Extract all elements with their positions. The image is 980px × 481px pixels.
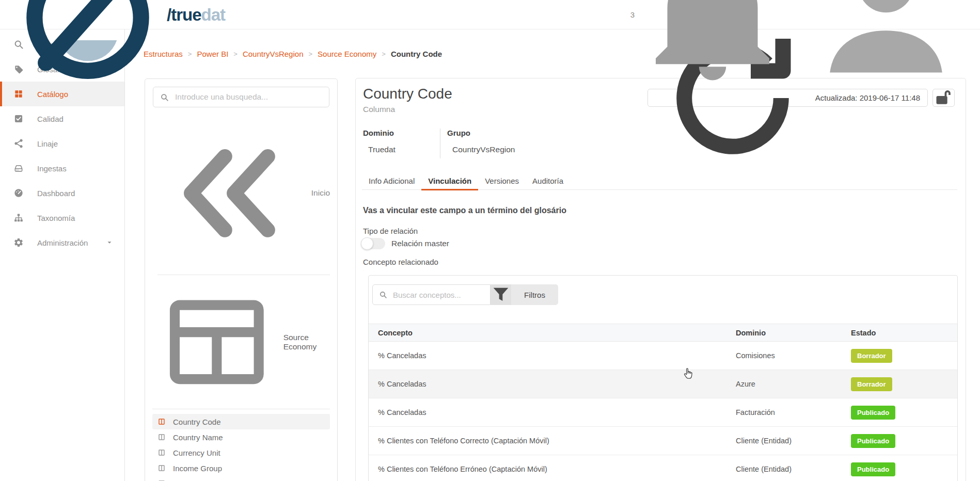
table-row[interactable]: % Canceladas Comisiones Borrador <box>369 342 957 370</box>
funnel-icon <box>491 284 511 305</box>
header-estado: Estado <box>851 324 957 342</box>
user-icon <box>809 0 963 92</box>
user-menu-button[interactable] <box>809 0 963 92</box>
breadcrumb-separator: > <box>382 50 386 58</box>
top-navbar: /truedat 3 <box>0 0 980 29</box>
page-title: Country Code <box>363 86 452 102</box>
column-item-currency-unit[interactable]: Currency Unit <box>152 445 330 460</box>
status-badge: Publicado <box>851 462 895 476</box>
parent-table-item[interactable]: Source Economy <box>152 275 330 410</box>
sidebar-item-taxonomia[interactable]: Taxonomía <box>0 205 124 230</box>
chevrons-left-icon <box>157 120 305 267</box>
relation-master-toggle[interactable] <box>361 238 385 249</box>
concept-search-input[interactable] <box>393 291 484 299</box>
sidebar-item-dashboard[interactable]: Dashboard <box>0 181 124 205</box>
status-badge: Borrador <box>851 349 892 363</box>
caret-down-icon <box>106 239 113 246</box>
dominio-value: Truedat <box>363 145 440 154</box>
table-row[interactable]: % Canceladas Facturación Publicado <box>369 398 957 427</box>
sitemap-icon <box>13 213 24 223</box>
table-header-row: Concepto Dominio Estado <box>369 324 957 342</box>
cell-dominio: Facturación <box>736 398 851 427</box>
column-icon <box>157 464 166 472</box>
toggle-knob <box>361 237 373 250</box>
status-badge: Borrador <box>851 377 892 391</box>
sidebar-item-linaje[interactable]: Linaje <box>0 131 124 156</box>
table-icon <box>157 283 276 402</box>
relation-type-label: Tipo de relación <box>363 227 418 235</box>
breadcrumb-separator: > <box>308 50 312 58</box>
cell-dominio: Azure <box>736 370 851 398</box>
search-icon <box>160 93 169 102</box>
detail-card: Country Code Columna Actualizada: 2019-0… <box>355 78 966 481</box>
breadcrumb-separator: > <box>233 50 238 58</box>
notifications-button[interactable]: 3 <box>630 0 790 92</box>
column-icon <box>157 448 166 457</box>
logo-text: /truedat <box>167 6 225 23</box>
sidebar-item-administracion[interactable]: Administración <box>0 230 124 255</box>
check-square-icon <box>13 114 24 124</box>
cell-concepto: % Canceladas <box>369 398 736 427</box>
cell-concepto: % Canceladas <box>369 342 736 370</box>
meta-section: Dominio Truedat Grupo CountryVsRegion <box>363 129 515 158</box>
search-icon <box>379 291 387 299</box>
table-row[interactable]: % Clientes con Teléfono Correcto (Captac… <box>369 427 957 455</box>
sidebar-item-calidad[interactable]: Calidad <box>0 106 124 131</box>
dominio-label: Dominio <box>363 129 440 137</box>
owl-logo-icon <box>10 0 165 92</box>
column-list: Country Code Country Name Currency Unit … <box>152 414 330 481</box>
cell-concepto: % Clientes con Teléfono Erróneo (Captaci… <box>369 455 736 481</box>
concepts-table: Concepto Dominio Estado % Canceladas Com… <box>369 324 957 481</box>
header-concepto: Concepto <box>369 324 736 342</box>
grupo-value: CountryVsRegion <box>447 145 515 154</box>
drive-icon <box>13 163 24 173</box>
structure-panel: Inicio Source Economy Country Code Count… <box>145 78 338 481</box>
table-row[interactable]: % Clientes con Teléfono Erróneo (Captaci… <box>369 455 957 481</box>
table-row[interactable]: % Canceladas Azure Borrador <box>369 370 957 398</box>
cell-concepto: % Clientes con Teléfono Correcto (Captac… <box>369 427 736 455</box>
concept-search-box <box>372 284 491 305</box>
tab-versiones[interactable]: Versiones <box>478 172 526 189</box>
column-icon <box>157 418 166 426</box>
tab-info-adicional[interactable]: Info Adicional <box>362 172 421 189</box>
relation-master-label: Relación master <box>391 239 449 248</box>
status-badge: Publicado <box>851 434 895 448</box>
filter-funnel-button[interactable] <box>491 284 511 305</box>
breadcrumb-link-countryvsregion[interactable]: CountryVsRegion <box>243 50 304 58</box>
back-to-inicio-link[interactable]: Inicio <box>157 120 330 275</box>
tab-bar: Info AdicionalVinculaciónVersionesAudito… <box>362 172 957 190</box>
related-concept-label: Concepto relacionado <box>363 258 438 266</box>
breadcrumb-current: Country Code <box>391 50 442 58</box>
column-item-income-group[interactable]: Income Group <box>152 460 330 476</box>
link-section-heading: Vas a vincular este campo a un término d… <box>363 206 566 215</box>
column-icon <box>157 433 166 441</box>
column-item-lending-category[interactable]: Lending category <box>152 476 330 481</box>
column-item-country-name[interactable]: Country Name <box>152 429 330 445</box>
structure-search-input[interactable] <box>175 92 322 102</box>
tab-auditoria[interactable]: Auditoría <box>526 172 570 189</box>
filters-button[interactable]: Filtros <box>511 284 558 305</box>
cell-dominio: Cliente (Entidad) <box>736 427 851 455</box>
sidebar: Búsqueda Glosario Catálogo Calidad Linaj… <box>0 29 125 481</box>
gear-icon <box>13 237 24 248</box>
truedat-logo[interactable]: /truedat <box>10 0 225 92</box>
status-badge: Publicado <box>851 406 895 420</box>
cell-dominio: Comisiones <box>736 342 851 370</box>
notification-count: 3 <box>630 10 635 19</box>
share-icon <box>13 138 24 149</box>
gauge-icon <box>13 188 24 198</box>
breadcrumb-link-source-economy[interactable]: Source Economy <box>318 50 376 58</box>
tab-vinculacion[interactable]: Vinculación <box>421 172 478 189</box>
structure-type-label: Columna <box>363 105 395 114</box>
concept-card: Filtros Concepto Dominio Estado % Cancel… <box>368 275 958 481</box>
column-item-country-code[interactable]: Country Code <box>152 414 330 429</box>
cell-concepto: % Canceladas <box>369 370 736 398</box>
bell-icon <box>635 0 790 92</box>
grupo-label: Grupo <box>447 129 515 137</box>
header-dominio: Dominio <box>736 324 851 342</box>
cell-dominio: Cliente (Entidad) <box>736 455 851 481</box>
sidebar-item-ingestas[interactable]: Ingestas <box>0 156 124 181</box>
